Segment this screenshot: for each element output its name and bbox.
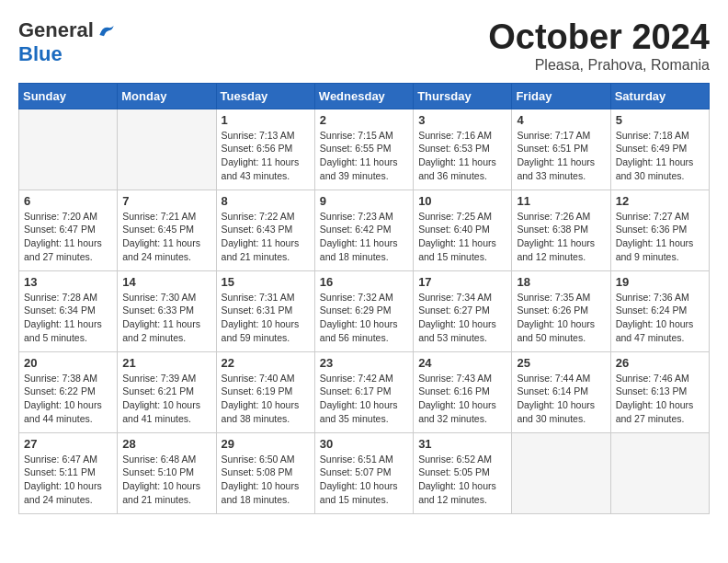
daylight-text: Daylight: 11 hours and 15 minutes. — [418, 237, 496, 262]
calendar-cell: 15Sunrise: 7:31 AMSunset: 6:31 PMDayligh… — [216, 270, 314, 351]
daylight-text: Daylight: 10 hours and 12 minutes. — [418, 480, 496, 505]
day-info: Sunrise: 7:28 AMSunset: 6:34 PMDaylight:… — [24, 291, 112, 345]
day-number: 29 — [222, 437, 310, 451]
header-day-saturday: Saturday — [610, 83, 709, 109]
calendar-cell: 22Sunrise: 7:40 AMSunset: 6:19 PMDayligh… — [216, 351, 314, 432]
sunrise-text: Sunrise: 7:20 AM — [24, 211, 97, 222]
logo-general-text: General — [18, 18, 94, 42]
daylight-text: Daylight: 10 hours and 56 minutes. — [320, 318, 398, 343]
day-number: 24 — [418, 356, 506, 370]
calendar-cell: 13Sunrise: 7:28 AMSunset: 6:34 PMDayligh… — [19, 270, 118, 351]
sunset-text: Sunset: 6:27 PM — [418, 304, 490, 316]
daylight-text: Daylight: 11 hours and 18 minutes. — [320, 237, 398, 262]
sunrise-text: Sunrise: 7:26 AM — [517, 211, 590, 222]
calendar-cell: 23Sunrise: 7:42 AMSunset: 6:17 PMDayligh… — [314, 351, 413, 432]
calendar-cell: 24Sunrise: 7:43 AMSunset: 6:16 PMDayligh… — [414, 351, 512, 432]
sunset-text: Sunset: 5:07 PM — [320, 466, 392, 477]
header-day-friday: Friday — [512, 83, 610, 109]
sunset-text: Sunset: 6:13 PM — [616, 385, 688, 396]
calendar-cell: 2Sunrise: 7:15 AMSunset: 6:55 PMDaylight… — [314, 109, 413, 190]
daylight-text: Daylight: 11 hours and 39 minutes. — [320, 156, 398, 181]
daylight-text: Daylight: 10 hours and 27 minutes. — [616, 399, 694, 424]
daylight-text: Daylight: 11 hours and 36 minutes. — [418, 156, 496, 181]
day-number: 5 — [616, 113, 704, 127]
sunset-text: Sunset: 5:11 PM — [24, 466, 96, 477]
calendar-table: SundayMondayTuesdayWednesdayThursdayFrid… — [18, 83, 710, 514]
daylight-text: Daylight: 11 hours and 21 minutes. — [222, 237, 300, 262]
sunset-text: Sunset: 5:10 PM — [122, 466, 194, 477]
header-day-thursday: Thursday — [414, 83, 512, 109]
daylight-text: Daylight: 10 hours and 53 minutes. — [418, 318, 496, 343]
day-info: Sunrise: 7:32 AMSunset: 6:29 PMDaylight:… — [320, 291, 408, 345]
day-info: Sunrise: 7:35 AMSunset: 6:26 PMDaylight:… — [517, 291, 605, 345]
daylight-text: Daylight: 10 hours and 59 minutes. — [222, 318, 300, 343]
sunset-text: Sunset: 6:40 PM — [418, 224, 490, 235]
sunset-text: Sunset: 6:53 PM — [418, 143, 490, 154]
header-day-wednesday: Wednesday — [314, 83, 413, 109]
sunrise-text: Sunrise: 6:48 AM — [122, 454, 196, 465]
sunset-text: Sunset: 6:38 PM — [517, 224, 588, 235]
calendar-cell: 21Sunrise: 7:39 AMSunset: 6:21 PMDayligh… — [118, 351, 216, 432]
calendar-week-row: 6Sunrise: 7:20 AMSunset: 6:47 PMDaylight… — [19, 190, 710, 270]
day-info: Sunrise: 7:30 AMSunset: 6:33 PMDaylight:… — [122, 291, 210, 345]
sunset-text: Sunset: 6:26 PM — [517, 304, 588, 316]
day-number: 3 — [418, 113, 506, 127]
sunset-text: Sunset: 6:34 PM — [24, 304, 96, 316]
day-number: 13 — [24, 275, 112, 289]
sunrise-text: Sunrise: 7:39 AM — [122, 373, 196, 384]
calendar-cell: 12Sunrise: 7:27 AMSunset: 6:36 PMDayligh… — [610, 190, 709, 270]
day-info: Sunrise: 7:42 AMSunset: 6:17 PMDaylight:… — [320, 372, 408, 426]
sunrise-text: Sunrise: 7:46 AM — [616, 373, 689, 384]
day-number: 15 — [222, 275, 310, 289]
calendar-cell: 4Sunrise: 7:17 AMSunset: 6:51 PMDaylight… — [512, 109, 610, 190]
daylight-text: Daylight: 10 hours and 30 minutes. — [517, 399, 595, 424]
sunset-text: Sunset: 6:22 PM — [24, 385, 96, 396]
sunset-text: Sunset: 6:29 PM — [320, 304, 392, 316]
day-info: Sunrise: 7:25 AMSunset: 6:40 PMDaylight:… — [418, 210, 506, 264]
day-info: Sunrise: 7:16 AMSunset: 6:53 PMDaylight:… — [418, 129, 506, 183]
calendar-cell: 18Sunrise: 7:35 AMSunset: 6:26 PMDayligh… — [512, 270, 610, 351]
calendar-cell: 17Sunrise: 7:34 AMSunset: 6:27 PMDayligh… — [414, 270, 512, 351]
day-info: Sunrise: 7:20 AMSunset: 6:47 PMDaylight:… — [24, 210, 112, 264]
day-number: 18 — [517, 275, 605, 289]
sunset-text: Sunset: 6:42 PM — [320, 224, 392, 235]
sunrise-text: Sunrise: 7:27 AM — [616, 211, 689, 222]
sunrise-text: Sunrise: 7:13 AM — [222, 130, 295, 141]
daylight-text: Daylight: 11 hours and 27 minutes. — [24, 237, 102, 262]
sunrise-text: Sunrise: 7:23 AM — [320, 211, 393, 222]
sunrise-text: Sunrise: 6:51 AM — [320, 454, 393, 465]
calendar-cell: 1Sunrise: 7:13 AMSunset: 6:56 PMDaylight… — [216, 109, 314, 190]
day-info: Sunrise: 7:46 AMSunset: 6:13 PMDaylight:… — [616, 372, 704, 426]
day-number: 25 — [517, 356, 605, 370]
day-info: Sunrise: 7:22 AMSunset: 6:43 PMDaylight:… — [222, 210, 310, 264]
day-number: 11 — [517, 194, 605, 208]
day-number: 28 — [122, 437, 210, 451]
sunset-text: Sunset: 6:31 PM — [222, 304, 293, 316]
sunrise-text: Sunrise: 6:52 AM — [418, 454, 492, 465]
day-info: Sunrise: 7:40 AMSunset: 6:19 PMDaylight:… — [222, 372, 310, 426]
sunset-text: Sunset: 5:05 PM — [418, 466, 490, 477]
sunset-text: Sunset: 6:43 PM — [222, 224, 293, 235]
calendar-cell: 8Sunrise: 7:22 AMSunset: 6:43 PMDaylight… — [216, 190, 314, 270]
day-info: Sunrise: 6:48 AMSunset: 5:10 PMDaylight:… — [122, 453, 210, 507]
calendar-cell: 3Sunrise: 7:16 AMSunset: 6:53 PMDaylight… — [414, 109, 512, 190]
sunrise-text: Sunrise: 7:32 AM — [320, 292, 393, 303]
sunrise-text: Sunrise: 7:22 AM — [222, 211, 295, 222]
calendar-cell: 20Sunrise: 7:38 AMSunset: 6:22 PMDayligh… — [19, 351, 118, 432]
day-info: Sunrise: 6:52 AMSunset: 5:05 PMDaylight:… — [418, 453, 506, 507]
sunset-text: Sunset: 6:49 PM — [616, 143, 688, 154]
calendar-week-row: 20Sunrise: 7:38 AMSunset: 6:22 PMDayligh… — [19, 351, 710, 432]
sunrise-text: Sunrise: 7:21 AM — [122, 211, 196, 222]
daylight-text: Daylight: 10 hours and 38 minutes. — [222, 399, 300, 424]
logo: General Blue — [18, 18, 115, 66]
day-number: 8 — [222, 194, 310, 208]
sunrise-text: Sunrise: 7:17 AM — [517, 130, 590, 141]
sunrise-text: Sunrise: 7:25 AM — [418, 211, 492, 222]
day-number: 9 — [320, 194, 408, 208]
month-title: October 2024 — [488, 18, 710, 57]
sunrise-text: Sunrise: 7:15 AM — [320, 130, 393, 141]
day-number: 21 — [122, 356, 210, 370]
calendar-cell — [19, 109, 118, 190]
sunset-text: Sunset: 6:45 PM — [122, 224, 194, 235]
calendar-cell — [118, 109, 216, 190]
